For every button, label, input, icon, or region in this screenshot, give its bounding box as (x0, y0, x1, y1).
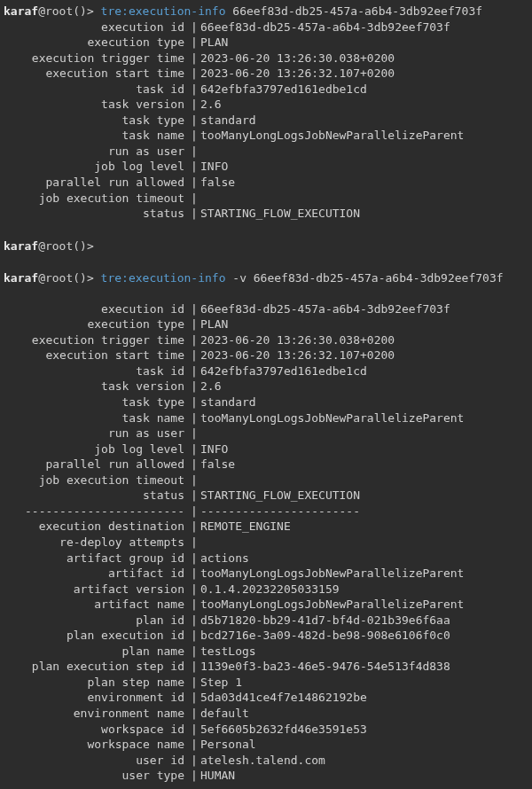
output-row: task id|642efbfa3797ed161edbe1cd (4, 363, 528, 379)
row-separator: | (190, 473, 199, 488)
output-value: PLAN (199, 316, 528, 332)
output-value (199, 191, 528, 207)
row-separator: | (190, 144, 199, 160)
output-key: parallel run allowed (4, 457, 190, 473)
output-value: 642efbfa3797ed161edbe1cd (199, 363, 528, 379)
prompt-line-1[interactable]: karaf@root()> tre:execution-info 66eef83… (4, 4, 528, 20)
dashes-val: ----------------------- (199, 504, 528, 519)
output-row: parallel run allowed|false (4, 457, 528, 473)
output-row: task version|2.6 (4, 97, 528, 113)
output-block-2b: execution destination|REMOTE_ENGINEre-de… (4, 519, 528, 783)
row-separator: | (190, 457, 199, 473)
output-key: execution id (4, 301, 190, 317)
blank-line (4, 784, 528, 789)
row-separator: | (190, 441, 199, 457)
output-value: 2.6 (199, 97, 528, 113)
output-key: task version (4, 379, 190, 394)
prompt-gt: > (87, 4, 94, 18)
output-key: job log level (4, 441, 190, 457)
output-key: task version (4, 97, 190, 113)
output-key: artifact version (4, 582, 190, 598)
output-key: execution trigger time (4, 51, 190, 66)
output-row: execution type|PLAN (4, 316, 528, 332)
output-value: tooManyLongLogsJobNewParallelizeParent (199, 128, 528, 144)
row-separator: | (190, 379, 199, 394)
output-key: task type (4, 394, 190, 410)
output-key: job execution timeout (4, 473, 190, 488)
output-row: re-deploy attempts| (4, 535, 528, 551)
output-block-2a: execution id|66eef83d-db25-457a-a6b4-3db… (4, 301, 528, 504)
row-separator: | (190, 535, 199, 551)
output-value: bcd2716e-3a09-482d-be98-908e6106f0c0 (199, 628, 528, 644)
row-separator: | (190, 690, 199, 706)
output-value (199, 473, 528, 488)
output-value: INFO (199, 441, 528, 457)
command-1: tre:execution-info (101, 4, 226, 18)
output-key: task name (4, 128, 190, 144)
output-value: HUMAN (199, 768, 528, 784)
output-key: artifact name (4, 597, 190, 613)
output-row: run as user| (4, 426, 528, 441)
prompt-line-3[interactable]: karaf@root()> tre:execution-info -v 66ee… (4, 270, 528, 286)
output-row: execution type|PLAN (4, 35, 528, 51)
output-block-1: execution id|66eef83d-db25-457a-a6b4-3db… (4, 20, 528, 222)
output-value: false (199, 175, 528, 191)
output-value (199, 426, 528, 441)
output-value: 2023-06-20 13:26:30.038+0200 (199, 51, 528, 66)
output-row: task id|642efbfa3797ed161edbe1cd (4, 82, 528, 98)
output-value: 2.6 (199, 379, 528, 394)
output-row: plan execution id|bcd2716e-3a09-482d-be9… (4, 628, 528, 644)
row-separator: | (190, 20, 199, 35)
output-key: execution trigger time (4, 332, 190, 348)
output-row: plan id|d5b71820-bb29-41d7-bf4d-021b39e6… (4, 613, 528, 629)
output-row: execution id|66eef83d-db25-457a-a6b4-3db… (4, 301, 528, 317)
dashes-key: ----------------------- (4, 504, 190, 519)
output-row: task version|2.6 (4, 379, 528, 394)
output-row: job execution timeout| (4, 473, 528, 488)
output-key: run as user (4, 426, 190, 441)
output-row: status|STARTING_FLOW_EXECUTION (4, 488, 528, 504)
output-key: plan execution id (4, 628, 190, 644)
output-value: 1139e0f3-ba23-46e5-9476-54e513f4d838 (199, 659, 528, 675)
row-separator: | (190, 301, 199, 317)
output-value: 66eef83d-db25-457a-a6b4-3db92eef703f (199, 20, 528, 35)
output-key: plan name (4, 644, 190, 660)
row-separator: | (190, 644, 199, 660)
output-key: task id (4, 363, 190, 379)
output-key: execution start time (4, 66, 190, 82)
row-separator: | (190, 551, 199, 566)
output-value: 642efbfa3797ed161edbe1cd (199, 82, 528, 98)
output-row: parallel run allowed|false (4, 175, 528, 191)
row-separator: | (190, 410, 199, 426)
row-separator: | (190, 175, 199, 191)
separator-row: ----------------------- | --------------… (4, 504, 528, 519)
output-key: environment name (4, 706, 190, 722)
row-separator: | (190, 582, 199, 598)
output-row: artifact name|tooManyLongLogsJobNewParal… (4, 597, 528, 613)
output-value: Step 1 (199, 675, 528, 691)
output-key: user type (4, 768, 190, 784)
output-row: job log level|INFO (4, 441, 528, 457)
row-separator: | (190, 753, 199, 769)
prompt-line-2[interactable]: karaf@root()> (4, 238, 528, 254)
output-row: plan name|testLogs (4, 644, 528, 660)
output-key: execution start time (4, 348, 190, 363)
output-value: actions (199, 551, 528, 566)
output-key: artifact id (4, 566, 190, 582)
output-row: job log level|INFO (4, 159, 528, 175)
output-value: false (199, 457, 528, 473)
prompt-user: karaf (4, 4, 38, 18)
row-separator: | (190, 737, 199, 753)
output-key: task id (4, 82, 190, 98)
blank-line (4, 222, 528, 237)
output-value: 2023-06-20 13:26:32.107+0200 (199, 66, 528, 82)
output-key: parallel run allowed (4, 175, 190, 191)
output-row: user type|HUMAN (4, 768, 528, 784)
command-2: tre:execution-info (101, 271, 226, 285)
output-key: job execution timeout (4, 191, 190, 207)
blank-line (4, 254, 528, 269)
output-key: execution id (4, 20, 190, 35)
output-value: atelesh.talend.com (199, 753, 528, 769)
output-key: execution type (4, 316, 190, 332)
output-row: execution start time|2023-06-20 13:26:32… (4, 348, 528, 363)
